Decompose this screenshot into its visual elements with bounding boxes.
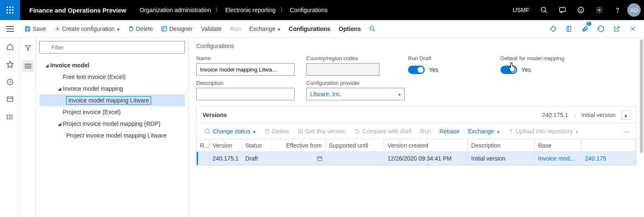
gear-icon: [595, 6, 603, 14]
nav-favorites[interactable]: [5, 59, 15, 69]
svg-point-9: [541, 7, 546, 12]
ap-diamond-button[interactable]: [546, 20, 560, 38]
svg-rect-52: [318, 156, 322, 160]
col-r[interactable]: R...: [197, 139, 209, 152]
designer-button[interactable]: Designer: [157, 20, 197, 38]
cell-basever[interactable]: 240.175: [582, 152, 636, 165]
svg-rect-1: [9, 7, 10, 8]
help-button[interactable]: [609, 0, 626, 20]
diamond-icon: [549, 25, 557, 33]
book-icon: [566, 25, 572, 33]
table-row[interactable]: 240.175.1 Draft 12/26/2020 09:34:41 PM I…: [197, 152, 636, 165]
create-configuration-button[interactable]: Create configuration: [50, 20, 124, 38]
default-mm-label: Default for model mapping: [500, 55, 564, 61]
ap-close-button[interactable]: [626, 20, 640, 38]
app-launcher-button[interactable]: [0, 0, 20, 20]
find-button[interactable]: [365, 20, 380, 38]
change-status-button[interactable]: Change status: [201, 123, 259, 139]
exchange-label: Exchange: [249, 26, 275, 32]
delete-button[interactable]: Delete: [124, 20, 157, 38]
tree-node-selected[interactable]: Invoice model mapping Litware: [39, 94, 185, 106]
nav-modules[interactable]: [5, 112, 15, 122]
funnel-icon: [25, 44, 31, 51]
svg-rect-35: [7, 97, 13, 102]
feedback-button[interactable]: [572, 0, 590, 20]
filter-funnel-button[interactable]: [22, 42, 34, 54]
version-exchange-button[interactable]: Exchange: [464, 123, 503, 139]
filter-list-button[interactable]: [22, 60, 34, 72]
col-version[interactable]: Version: [209, 139, 242, 152]
scrollbar-thumb[interactable]: [640, 39, 643, 153]
settings-button[interactable]: [590, 0, 608, 20]
ap-attach-button[interactable]: 0: [578, 20, 592, 38]
ap-refresh-button[interactable]: [594, 20, 608, 38]
configurations-tab[interactable]: Configurations: [285, 20, 335, 38]
svg-rect-2: [12, 7, 13, 8]
exchange-button[interactable]: Exchange: [245, 20, 285, 38]
name-input[interactable]: [196, 63, 295, 76]
breadcrumb-item[interactable]: Configurations: [290, 7, 328, 13]
options-tab[interactable]: Options: [335, 20, 365, 38]
country-input[interactable]: [306, 63, 380, 76]
tree-node[interactable]: ◢Project invoice model mapping (RDP): [39, 118, 185, 130]
topbar: Finance and Operations Preview Organizat…: [0, 0, 644, 20]
app-title: Finance and Operations Preview: [20, 7, 136, 14]
tree-node[interactable]: Project invoice model mapping Litware: [39, 130, 185, 141]
validate-label: Validate: [201, 26, 222, 32]
upload-icon: [508, 128, 514, 134]
search-button[interactable]: [535, 0, 553, 20]
col-supported[interactable]: Supported until: [326, 139, 384, 152]
star-icon: [6, 61, 14, 68]
svg-point-14: [582, 9, 582, 10]
save-button[interactable]: Save: [20, 20, 50, 38]
tree-node[interactable]: Free text invoice (Excel): [39, 71, 185, 83]
filter-rail: [20, 38, 36, 217]
workspaces-icon: [6, 96, 14, 103]
versions-section: Versions 240.175.1 | Initial version Cha…: [196, 106, 636, 166]
tree-node[interactable]: ◢Invoice model: [39, 59, 185, 71]
nav-workspaces[interactable]: [5, 94, 15, 105]
breadcrumb-item[interactable]: Electronic reporting: [225, 7, 276, 13]
breadcrumb: Organization administration 〉 Electronic…: [136, 6, 328, 14]
more-button[interactable]: ···: [622, 128, 632, 135]
nav-recent[interactable]: [5, 77, 15, 87]
run-draft-toggle[interactable]: [408, 66, 425, 74]
scrollbar[interactable]: [638, 38, 644, 217]
configurations-label: Configurations: [289, 26, 331, 32]
ap-popout-button[interactable]: [610, 20, 624, 38]
messages-button[interactable]: [554, 0, 571, 20]
rebase-button[interactable]: Rebase: [436, 123, 463, 139]
avatar[interactable]: AD: [627, 3, 641, 17]
compare-icon: [354, 128, 360, 134]
versions-summary-version: 240.175.1: [542, 112, 568, 118]
cell-base[interactable]: Invoice mod...: [535, 152, 582, 165]
svg-point-40: [7, 115, 8, 116]
run-draft-label: Run Draft: [408, 55, 439, 61]
default-mm-toggle[interactable]: [500, 66, 517, 74]
provider-select[interactable]: Litware, Inc.: [306, 88, 405, 100]
validate-button[interactable]: Validate: [197, 20, 226, 38]
nav-home[interactable]: [5, 42, 15, 52]
trash-icon: [128, 26, 134, 32]
run-button: Run: [226, 20, 245, 38]
tree-node[interactable]: Project invoice (Excel): [39, 106, 185, 118]
col-effective[interactable]: Effective from: [272, 139, 326, 152]
breadcrumb-item[interactable]: Organization administration: [140, 7, 211, 13]
tree-filter-input[interactable]: [39, 41, 185, 54]
tree-node[interactable]: ◢Invoice model mapping: [39, 83, 185, 94]
collapse-button[interactable]: [621, 110, 630, 120]
col-base[interactable]: Base: [535, 139, 582, 152]
description-input[interactable]: [196, 88, 295, 100]
svg-rect-7: [9, 12, 10, 13]
ap-book-button[interactable]: [562, 20, 576, 38]
cell-supported: [326, 152, 384, 165]
col-basever[interactable]: [582, 139, 636, 152]
col-created[interactable]: Version created: [384, 139, 468, 152]
col-description[interactable]: Description: [468, 139, 535, 152]
nav-toggle-button[interactable]: [0, 20, 20, 38]
popout-icon: [613, 26, 620, 32]
col-status[interactable]: Status: [242, 139, 272, 152]
cell-effective[interactable]: [272, 152, 326, 165]
search-icon: [540, 6, 548, 14]
legal-entity-picker[interactable]: USMF: [508, 7, 534, 13]
